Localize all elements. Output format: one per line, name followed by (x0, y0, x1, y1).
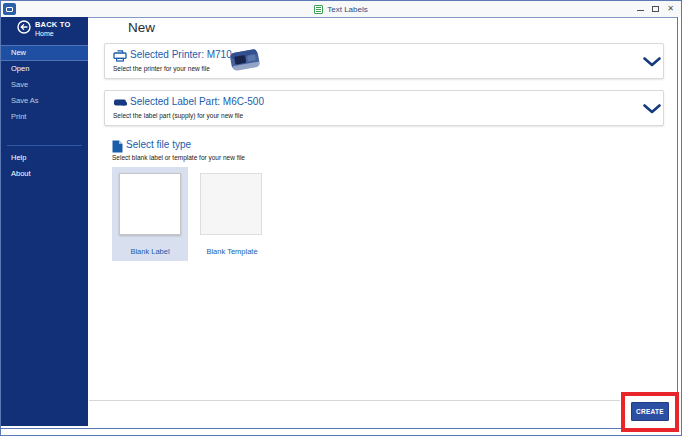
blank-label-preview (119, 173, 181, 235)
chevron-down-icon[interactable] (643, 57, 661, 67)
blank-label-caption: Blank Label (112, 247, 188, 256)
blank-label-option[interactable]: Blank Label (112, 167, 188, 261)
sidebar-footer-nav: Help About (1, 150, 88, 182)
app-window: Text Labels ✕ BACK TO Home New Open Save… (0, 0, 682, 436)
close-button[interactable]: ✕ (663, 2, 678, 15)
sidebar-item-print[interactable]: Print (1, 109, 88, 125)
blank-template-caption: Blank Template (194, 247, 270, 256)
sidebar-item-new[interactable]: New (1, 45, 88, 61)
client-right-border (677, 17, 678, 429)
maximize-button[interactable] (648, 2, 663, 15)
sidebar-item-save-as[interactable]: Save As (1, 93, 88, 109)
selected-label-part-title: Selected Label Part: M6C-500 (130, 96, 264, 107)
select-file-type-title: Select file type (126, 139, 191, 150)
selected-printer-card[interactable]: Selected Printer: M710 Select the printe… (104, 43, 664, 79)
document-icon (112, 140, 123, 153)
back-to-home-button[interactable]: BACK TO Home (1, 17, 88, 43)
blank-template-option[interactable]: Blank Template (194, 167, 270, 261)
close-icon: ✕ (667, 5, 674, 13)
client-bottom-border (1, 428, 678, 429)
m710-printer-photo (225, 46, 265, 76)
selected-printer-subtitle: Select the printer for your new file (113, 65, 210, 72)
blank-template-preview (200, 173, 262, 235)
selected-label-part-subtitle: Select the label part (supply) for your … (113, 112, 243, 119)
back-to-label: BACK TO (35, 20, 70, 29)
select-file-type-subtitle: Select blank label or template for your … (112, 154, 245, 161)
sidebar-item-save[interactable]: Save (1, 77, 88, 93)
sidebar-nav: New Open Save Save As Print (1, 45, 88, 125)
footer-divider (89, 400, 620, 401)
selected-label-part-card[interactable]: Selected Label Part: M6C-500 Select the … (104, 90, 664, 126)
title-group: Text Labels (1, 2, 681, 16)
sidebar-item-open[interactable]: Open (1, 61, 88, 77)
selected-printer-title: Selected Printer: M710 (130, 49, 232, 60)
text-labels-app-icon (314, 5, 323, 14)
window-title: Text Labels (327, 5, 367, 14)
minimize-icon (637, 10, 644, 11)
window-controls: ✕ (633, 2, 678, 15)
printer-icon (113, 50, 127, 62)
home-label: Home (35, 30, 54, 37)
back-arrow-icon (17, 20, 31, 34)
titlebar-divider (88, 17, 677, 18)
sidebar-item-about[interactable]: About (1, 166, 88, 182)
page-title: New (128, 20, 155, 35)
chevron-down-icon[interactable] (643, 104, 661, 114)
minimize-button[interactable] (633, 2, 648, 15)
create-button[interactable]: CREATE (631, 402, 669, 421)
label-roll-icon (113, 97, 127, 109)
sidebar-divider (7, 145, 82, 146)
maximize-icon (652, 6, 659, 12)
sidebar-item-help[interactable]: Help (1, 150, 88, 166)
sidebar: BACK TO Home New Open Save Save As Print… (1, 17, 88, 426)
